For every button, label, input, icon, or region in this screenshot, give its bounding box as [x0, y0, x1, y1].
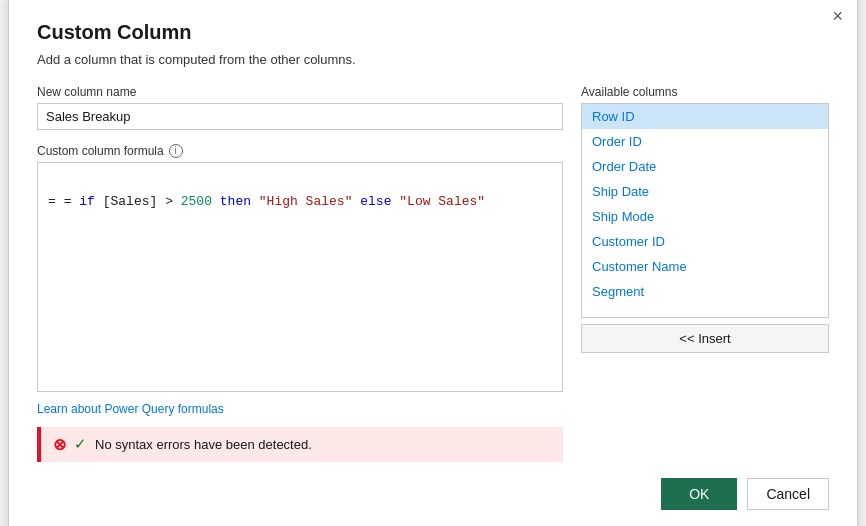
insert-button[interactable]: << Insert [581, 324, 829, 353]
status-bar: ⊗ ✓ No syntax errors have been detected. [37, 427, 563, 462]
column-name-input[interactable] [37, 103, 563, 130]
list-item[interactable]: Segment [582, 279, 828, 304]
columns-list[interactable]: Row IDOrder IDOrder DateShip DateShip Mo… [581, 103, 829, 318]
list-item[interactable]: Order ID [582, 129, 828, 154]
dialog-title: Custom Column [37, 21, 829, 44]
cancel-button[interactable]: Cancel [747, 478, 829, 510]
formula-content: = = if [Sales] > 2500 then "High Sales" … [48, 173, 552, 232]
list-item[interactable]: Customer Name [582, 254, 828, 279]
list-item[interactable]: Customer ID [582, 229, 828, 254]
left-section: New column name Custom column formula i … [37, 85, 563, 462]
list-item[interactable]: Ship Mode [582, 204, 828, 229]
footer: OK Cancel [37, 478, 829, 510]
formula-label-text: Custom column formula [37, 144, 164, 158]
info-icon[interactable]: i [169, 144, 183, 158]
list-item[interactable]: Ship Date [582, 179, 828, 204]
column-name-label: New column name [37, 85, 563, 99]
ok-button[interactable]: OK [661, 478, 737, 510]
formula-editor[interactable]: = = if [Sales] > 2500 then "High Sales" … [37, 162, 563, 392]
learn-link[interactable]: Learn about Power Query formulas [37, 402, 224, 416]
main-layout: New column name Custom column formula i … [37, 85, 829, 462]
available-columns-label: Available columns [581, 85, 829, 99]
custom-column-dialog: × Custom Column Add a column that is com… [8, 0, 858, 526]
list-item[interactable]: Order Date [582, 154, 828, 179]
list-item[interactable]: Row ID [582, 104, 828, 129]
formula-label: Custom column formula i [37, 144, 563, 158]
close-button[interactable]: × [832, 7, 843, 25]
error-icon: ⊗ [53, 435, 66, 454]
dialog-subtitle: Add a column that is computed from the o… [37, 52, 829, 67]
right-section: Available columns Row IDOrder IDOrder Da… [581, 85, 829, 353]
check-icon: ✓ [74, 435, 87, 453]
status-message: No syntax errors have been detected. [95, 437, 312, 452]
